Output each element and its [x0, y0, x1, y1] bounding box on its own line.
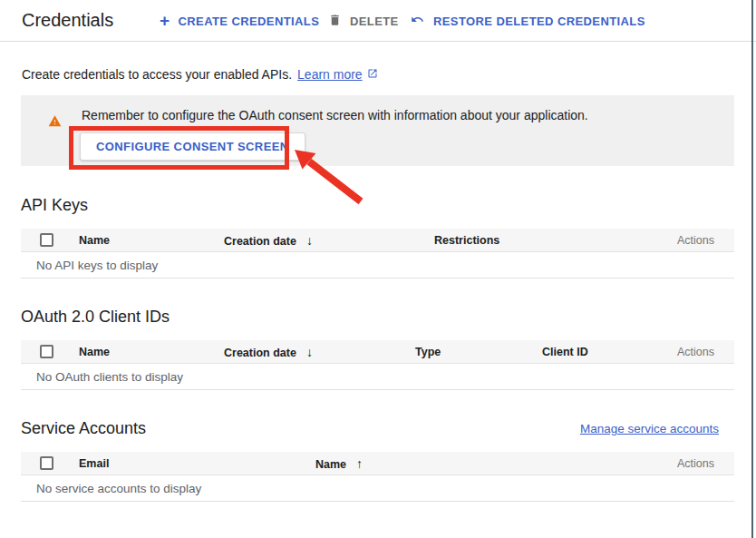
delete-button[interactable]: DELETE	[328, 0, 399, 42]
trash-icon	[328, 13, 342, 30]
api-keys-table: Name Creation date↓ Restrictions Actions…	[21, 229, 734, 279]
learn-more-label: Learn more	[297, 67, 363, 82]
oauth-clients-col-type[interactable]: Type	[415, 340, 441, 364]
plus-icon: +	[160, 12, 170, 29]
oauth-clients-col-name[interactable]: Name	[79, 340, 110, 364]
window-edge	[751, 0, 753, 538]
learn-more-link[interactable]: Learn more	[297, 67, 378, 82]
service-accounts-col-email[interactable]: Email	[79, 452, 109, 475]
credentials-page: Credentials + CREATE CREDENTIALS DELETE …	[0, 0, 756, 538]
service-accounts-empty-state: No service accounts to display	[21, 475, 734, 502]
page-title: Credentials	[22, 10, 113, 31]
action-bar: Credentials + CREATE CREDENTIALS DELETE …	[0, 0, 756, 42]
api-keys-table-header: Name Creation date↓ Restrictions Actions	[21, 229, 734, 252]
oauth-clients-table: Name Creation date↓ Type Client ID Actio…	[21, 340, 734, 390]
warning-icon	[47, 114, 63, 132]
oauth-clients-table-header: Name Creation date↓ Type Client ID Actio…	[21, 340, 734, 364]
undo-icon	[410, 13, 425, 29]
api-keys-select-all-checkbox[interactable]	[40, 233, 53, 247]
create-credentials-label: CREATE CREDENTIALS	[179, 15, 320, 28]
api-keys-empty-state: No API keys to display	[21, 252, 734, 279]
oauth-clients-col-client-id[interactable]: Client ID	[542, 340, 588, 364]
create-credentials-button[interactable]: + CREATE CREDENTIALS	[160, 0, 319, 42]
external-link-icon	[367, 67, 378, 82]
sort-desc-icon: ↓	[306, 233, 313, 248]
service-accounts-table: Email Name↑ Actions No service accounts …	[21, 452, 734, 502]
service-accounts-title: Service Accounts	[21, 419, 146, 438]
oauth-clients-col-actions: Actions	[677, 340, 714, 364]
delete-label: DELETE	[350, 15, 399, 28]
sort-asc-icon: ↑	[356, 456, 363, 471]
api-keys-col-creation-date[interactable]: Creation date↓	[224, 229, 313, 252]
api-keys-col-restrictions[interactable]: Restrictions	[434, 229, 499, 252]
restore-label: RESTORE DELETED CREDENTIALS	[433, 15, 645, 28]
intro-sentence: Create credentials to access your enable…	[22, 67, 292, 82]
oauth-clients-select-all-checkbox[interactable]	[40, 345, 53, 358]
service-accounts-table-header: Email Name↑ Actions	[21, 452, 734, 475]
api-keys-title: API Keys	[21, 196, 88, 215]
banner-message: Remember to configure the OAuth consent …	[82, 108, 588, 122]
api-keys-col-name[interactable]: Name	[79, 229, 110, 252]
service-accounts-col-actions: Actions	[677, 452, 714, 475]
sort-desc-icon: ↓	[306, 345, 313, 359]
configure-consent-screen-button[interactable]: CONFIGURE CONSENT SCREEN	[80, 132, 305, 161]
manage-service-accounts-link[interactable]: Manage service accounts	[580, 422, 719, 435]
oauth-consent-warning-banner: Remember to configure the OAuth consent …	[21, 95, 734, 166]
oauth-clients-title: OAuth 2.0 Client IDs	[21, 308, 170, 327]
oauth-clients-col-creation-date[interactable]: Creation date↓	[224, 340, 313, 364]
oauth-clients-empty-state: No OAuth clients to display	[21, 364, 734, 390]
restore-deleted-credentials-button[interactable]: RESTORE DELETED CREDENTIALS	[410, 0, 645, 42]
intro-text: Create credentials to access your enable…	[22, 67, 378, 82]
service-accounts-select-all-checkbox[interactable]	[40, 456, 53, 470]
api-keys-col-actions: Actions	[677, 229, 714, 252]
service-accounts-col-name[interactable]: Name↑	[315, 452, 363, 475]
